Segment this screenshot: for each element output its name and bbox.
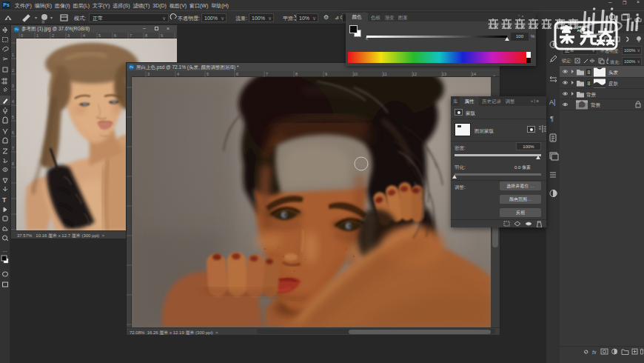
- svg-text:8: 8: [12, 161, 14, 166]
- svg-text:1: 1: [12, 53, 14, 57]
- svg-text:6: 6: [12, 130, 14, 135]
- svg-text:▾: ▾: [35, 16, 37, 20]
- svg-text:6: 6: [114, 33, 116, 38]
- svg-text:…: …: [2, 247, 7, 253]
- svg-text:T: T: [2, 196, 7, 204]
- svg-text:7: 7: [130, 33, 132, 38]
- svg-text:11: 11: [383, 72, 387, 76]
- svg-text:1: 1: [36, 33, 38, 38]
- svg-text:5: 5: [207, 72, 209, 76]
- svg-text:fx: fx: [592, 350, 597, 355]
- svg-text:3: 3: [12, 84, 14, 88]
- svg-text:9: 9: [325, 72, 327, 76]
- svg-text:▾: ▾: [50, 16, 53, 20]
- svg-text:画: 画: [41, 20, 45, 24]
- svg-text:7: 7: [12, 146, 14, 150]
- svg-text:12: 12: [412, 72, 417, 76]
- svg-text:2: 2: [12, 68, 14, 73]
- svg-text:8: 8: [295, 72, 298, 76]
- svg-text:4: 4: [83, 33, 85, 38]
- svg-text:0: 0: [21, 33, 23, 38]
- svg-text:8: 8: [145, 33, 147, 38]
- svg-text:5: 5: [12, 115, 14, 119]
- svg-text:7: 7: [266, 72, 268, 76]
- svg-text:3: 3: [67, 33, 70, 38]
- svg-text:2: 2: [52, 33, 54, 38]
- svg-text:9: 9: [161, 33, 163, 38]
- svg-text:13: 13: [442, 72, 446, 76]
- svg-text:4: 4: [177, 72, 179, 76]
- svg-text:3: 3: [147, 72, 150, 76]
- svg-text:5: 5: [98, 33, 101, 38]
- svg-text:4: 4: [12, 99, 14, 104]
- svg-text:6: 6: [236, 72, 238, 76]
- svg-text:10: 10: [353, 72, 358, 76]
- svg-text:¶: ¶: [550, 115, 554, 122]
